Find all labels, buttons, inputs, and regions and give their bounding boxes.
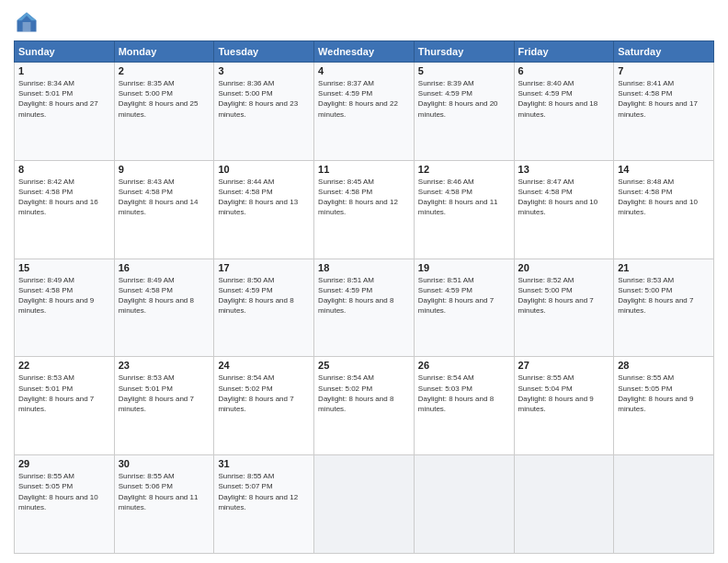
week-row-4: 22Sunrise: 8:53 AMSunset: 5:01 PMDayligh… [15, 357, 714, 455]
day-cell: 19Sunrise: 8:51 AMSunset: 4:59 PMDayligh… [414, 259, 514, 357]
day-cell: 21Sunrise: 8:53 AMSunset: 5:00 PMDayligh… [614, 259, 714, 357]
day-number: 24 [218, 360, 310, 371]
day-info: Sunrise: 8:37 AMSunset: 4:59 PMDaylight:… [318, 79, 398, 119]
day-info: Sunrise: 8:54 AMSunset: 5:03 PMDaylight:… [418, 373, 494, 413]
day-cell: 4Sunrise: 8:37 AMSunset: 4:59 PMDaylight… [314, 63, 415, 161]
day-cell [514, 455, 614, 554]
day-info: Sunrise: 8:48 AMSunset: 4:58 PMDaylight:… [618, 178, 698, 217]
day-info: Sunrise: 8:52 AMSunset: 5:00 PMDaylight:… [518, 276, 594, 316]
day-cell: 28Sunrise: 8:55 AMSunset: 5:05 PMDayligh… [614, 357, 714, 455]
day-cell: 16Sunrise: 8:49 AMSunset: 4:58 PMDayligh… [114, 259, 214, 357]
day-number: 12 [418, 164, 510, 175]
day-cell: 15Sunrise: 8:49 AMSunset: 4:58 PMDayligh… [15, 259, 115, 357]
day-number: 6 [518, 65, 610, 76]
day-info: Sunrise: 8:55 AMSunset: 5:05 PMDaylight:… [18, 472, 98, 511]
day-info: Sunrise: 8:44 AMSunset: 4:58 PMDaylight:… [218, 178, 298, 217]
day-info: Sunrise: 8:55 AMSunset: 5:06 PMDaylight:… [119, 472, 199, 511]
day-number: 10 [218, 164, 310, 175]
day-info: Sunrise: 8:54 AMSunset: 5:02 PMDaylight:… [318, 373, 393, 413]
day-info: Sunrise: 8:36 AMSunset: 5:00 PMDaylight:… [218, 79, 298, 119]
day-cell [614, 455, 714, 554]
week-row-1: 1Sunrise: 8:34 AMSunset: 5:01 PMDaylight… [15, 63, 714, 161]
day-info: Sunrise: 8:45 AMSunset: 4:58 PMDaylight:… [318, 178, 398, 217]
day-number: 14 [618, 164, 710, 175]
day-info: Sunrise: 8:51 AMSunset: 4:59 PMDaylight:… [318, 276, 393, 316]
day-number: 26 [418, 360, 510, 371]
day-info: Sunrise: 8:39 AMSunset: 4:59 PMDaylight:… [418, 79, 498, 119]
logo [14, 9, 43, 35]
day-number: 1 [18, 65, 110, 76]
day-info: Sunrise: 8:43 AMSunset: 4:58 PMDaylight:… [119, 178, 199, 217]
day-cell: 31Sunrise: 8:55 AMSunset: 5:07 PMDayligh… [214, 455, 314, 554]
day-cell: 25Sunrise: 8:54 AMSunset: 5:02 PMDayligh… [314, 357, 415, 455]
day-number: 31 [218, 458, 310, 469]
day-info: Sunrise: 8:55 AMSunset: 5:04 PMDaylight:… [518, 373, 594, 413]
col-header-friday: Friday [514, 41, 614, 63]
day-cell: 14Sunrise: 8:48 AMSunset: 4:58 PMDayligh… [614, 160, 714, 259]
day-info: Sunrise: 8:51 AMSunset: 4:59 PMDaylight:… [418, 276, 494, 316]
day-number: 2 [119, 65, 210, 76]
day-info: Sunrise: 8:53 AMSunset: 5:01 PMDaylight:… [18, 373, 94, 413]
day-info: Sunrise: 8:53 AMSunset: 5:01 PMDaylight:… [119, 373, 194, 413]
day-info: Sunrise: 8:46 AMSunset: 4:58 PMDaylight:… [418, 178, 498, 217]
day-number: 16 [119, 262, 210, 273]
day-number: 30 [119, 458, 210, 469]
day-cell: 2Sunrise: 8:35 AMSunset: 5:00 PMDaylight… [114, 63, 214, 161]
header [14, 9, 714, 35]
day-number: 8 [18, 164, 110, 175]
day-cell: 1Sunrise: 8:34 AMSunset: 5:01 PMDaylight… [15, 63, 115, 161]
day-cell [314, 455, 415, 554]
day-number: 9 [119, 164, 210, 175]
day-cell: 12Sunrise: 8:46 AMSunset: 4:58 PMDayligh… [414, 160, 514, 259]
col-header-tuesday: Tuesday [214, 41, 314, 63]
day-info: Sunrise: 8:35 AMSunset: 5:00 PMDaylight:… [119, 79, 199, 119]
calendar-table: SundayMondayTuesdayWednesdayThursdayFrid… [14, 40, 714, 554]
day-cell: 26Sunrise: 8:54 AMSunset: 5:03 PMDayligh… [414, 357, 514, 455]
day-info: Sunrise: 8:34 AMSunset: 5:01 PMDaylight:… [18, 79, 98, 119]
day-cell: 20Sunrise: 8:52 AMSunset: 5:00 PMDayligh… [514, 259, 614, 357]
col-header-wednesday: Wednesday [314, 41, 415, 63]
day-cell: 7Sunrise: 8:41 AMSunset: 4:58 PMDaylight… [614, 63, 714, 161]
col-header-saturday: Saturday [614, 41, 714, 63]
day-info: Sunrise: 8:41 AMSunset: 4:58 PMDaylight:… [618, 79, 698, 119]
day-info: Sunrise: 8:47 AMSunset: 4:58 PMDaylight:… [518, 178, 598, 217]
day-cell: 17Sunrise: 8:50 AMSunset: 4:59 PMDayligh… [214, 259, 314, 357]
day-number: 17 [218, 262, 310, 273]
day-number: 11 [318, 164, 410, 175]
day-number: 27 [518, 360, 610, 371]
day-number: 5 [418, 65, 510, 76]
day-cell: 9Sunrise: 8:43 AMSunset: 4:58 PMDaylight… [114, 160, 214, 259]
day-number: 15 [18, 262, 110, 273]
calendar-header-row: SundayMondayTuesdayWednesdayThursdayFrid… [15, 41, 714, 63]
day-cell: 6Sunrise: 8:40 AMSunset: 4:59 PMDaylight… [514, 63, 614, 161]
day-number: 20 [518, 262, 610, 273]
day-number: 28 [618, 360, 710, 371]
day-cell: 13Sunrise: 8:47 AMSunset: 4:58 PMDayligh… [514, 160, 614, 259]
day-cell: 29Sunrise: 8:55 AMSunset: 5:05 PMDayligh… [15, 455, 115, 554]
day-info: Sunrise: 8:40 AMSunset: 4:59 PMDaylight:… [518, 79, 598, 119]
day-info: Sunrise: 8:50 AMSunset: 4:59 PMDaylight:… [218, 276, 293, 316]
day-number: 19 [418, 262, 510, 273]
day-cell: 11Sunrise: 8:45 AMSunset: 4:58 PMDayligh… [314, 160, 415, 259]
day-cell: 22Sunrise: 8:53 AMSunset: 5:01 PMDayligh… [15, 357, 115, 455]
day-number: 13 [518, 164, 610, 175]
day-info: Sunrise: 8:53 AMSunset: 5:00 PMDaylight:… [618, 276, 693, 316]
week-row-2: 8Sunrise: 8:42 AMSunset: 4:58 PMDaylight… [15, 160, 714, 259]
day-cell: 3Sunrise: 8:36 AMSunset: 5:00 PMDaylight… [214, 63, 314, 161]
day-cell: 23Sunrise: 8:53 AMSunset: 5:01 PMDayligh… [114, 357, 214, 455]
week-row-5: 29Sunrise: 8:55 AMSunset: 5:05 PMDayligh… [15, 455, 714, 554]
day-info: Sunrise: 8:55 AMSunset: 5:07 PMDaylight:… [218, 472, 298, 511]
svg-rect-3 [23, 22, 31, 32]
col-header-monday: Monday [114, 41, 214, 63]
day-number: 4 [318, 65, 410, 76]
day-cell: 27Sunrise: 8:55 AMSunset: 5:04 PMDayligh… [514, 357, 614, 455]
day-cell: 30Sunrise: 8:55 AMSunset: 5:06 PMDayligh… [114, 455, 214, 554]
day-info: Sunrise: 8:49 AMSunset: 4:58 PMDaylight:… [18, 276, 94, 316]
day-info: Sunrise: 8:49 AMSunset: 4:58 PMDaylight:… [119, 276, 194, 316]
day-number: 3 [218, 65, 310, 76]
day-cell: 18Sunrise: 8:51 AMSunset: 4:59 PMDayligh… [314, 259, 415, 357]
week-row-3: 15Sunrise: 8:49 AMSunset: 4:58 PMDayligh… [15, 259, 714, 357]
col-header-sunday: Sunday [15, 41, 115, 63]
day-info: Sunrise: 8:54 AMSunset: 5:02 PMDaylight:… [218, 373, 293, 413]
day-number: 25 [318, 360, 410, 371]
